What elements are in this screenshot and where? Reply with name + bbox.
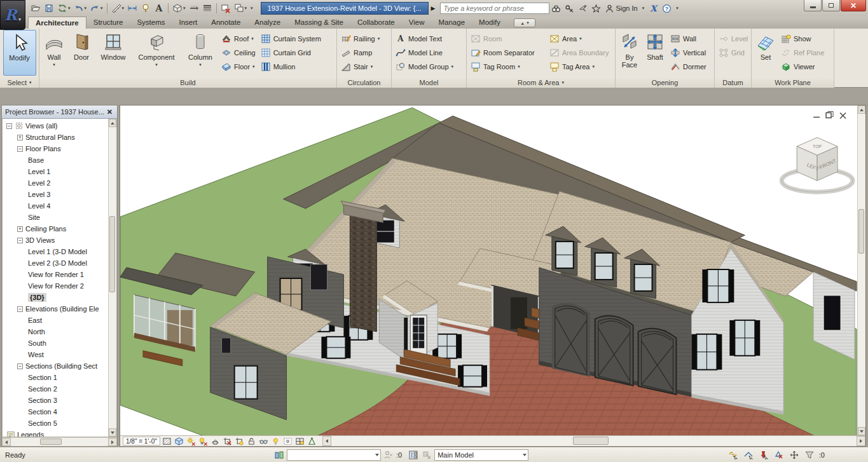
model-line-button[interactable]: Model Line xyxy=(394,46,455,60)
tree-item-section-4[interactable]: Section 4 xyxy=(3,406,108,418)
crop-view-icon[interactable] xyxy=(222,437,233,446)
window[interactable] xyxy=(691,334,722,370)
garage-door[interactable] xyxy=(638,329,677,395)
active-only-icon[interactable] xyxy=(421,449,432,460)
tree-item--3d-[interactable]: {3D} xyxy=(3,292,108,303)
search-input[interactable] xyxy=(440,3,549,14)
scroll-left-icon[interactable] xyxy=(2,438,11,446)
window[interactable] xyxy=(729,320,760,356)
set-work-plane-button[interactable]: Set xyxy=(754,30,778,76)
sign-in-button[interactable]: Sign In xyxy=(603,2,639,15)
collapse-icon[interactable]: − xyxy=(17,306,23,312)
tree-item-sections-building-sect[interactable]: −Sections (Building Sect xyxy=(3,360,108,372)
component-button[interactable]: Component xyxy=(132,30,181,76)
tree-item-section-5[interactable]: Section 5 xyxy=(3,418,108,429)
switch-windows-button[interactable] xyxy=(233,2,249,15)
subscription-key-icon[interactable] xyxy=(563,2,576,15)
scroll-up-icon[interactable] xyxy=(858,105,865,114)
tree-item-level-4[interactable]: Level 4 xyxy=(3,200,108,212)
tab-analyze[interactable]: Analyze xyxy=(247,17,287,29)
3d-view-canvas[interactable]: TOP LEFT FRONT xyxy=(120,105,857,435)
unlocked-view-icon[interactable] xyxy=(246,437,257,446)
shaft-button[interactable]: Shaft xyxy=(643,30,667,76)
help-icon[interactable]: ? xyxy=(660,2,673,15)
scroll-right-icon[interactable] xyxy=(857,436,865,446)
ref-plane-button[interactable]: Ref Plane xyxy=(779,46,826,60)
viewport-horizontal-scrollbar[interactable] xyxy=(322,436,865,446)
reveal-hidden-elements-icon[interactable] xyxy=(270,437,281,446)
redo-button[interactable] xyxy=(88,2,104,15)
close-hidden-windows-button[interactable] xyxy=(219,2,232,15)
browser-vertical-scrollbar[interactable] xyxy=(108,119,116,437)
tab-modify[interactable]: Modify xyxy=(472,17,507,29)
workset-dropdown[interactable] xyxy=(287,449,381,461)
window[interactable] xyxy=(458,365,487,387)
tag-area-button[interactable]: Tag Area xyxy=(548,60,610,74)
opening-by-face-button[interactable]: By Face xyxy=(617,30,642,76)
railing-button[interactable]: Railing xyxy=(339,32,382,46)
stair-button[interactable]: Stair xyxy=(339,60,382,74)
favorites-star-icon[interactable] xyxy=(589,2,603,15)
tree-item-east[interactable]: East xyxy=(3,315,108,326)
open-button[interactable] xyxy=(29,2,42,15)
area-button[interactable]: Area xyxy=(548,32,610,46)
area-boundary-button[interactable]: Area Boundary xyxy=(548,46,610,60)
communication-center-icon[interactable] xyxy=(576,2,589,15)
tree-item-3d-views[interactable]: −3D Views xyxy=(3,234,108,246)
scrollbar-thumb[interactable] xyxy=(40,438,62,445)
editing-requests-icon[interactable] xyxy=(383,449,394,460)
tree-item-level-1[interactable]: Level 1 xyxy=(3,166,108,177)
collapse-icon[interactable]: − xyxy=(17,363,23,369)
text-button[interactable]: A xyxy=(153,2,165,15)
scroll-up-icon[interactable] xyxy=(109,119,116,127)
default-3d-view-button[interactable] xyxy=(171,2,187,15)
tree-item-level-3[interactable]: Level 3 xyxy=(3,189,108,200)
thin-lines-button[interactable] xyxy=(201,2,214,15)
project-browser-close-icon[interactable]: ✕ xyxy=(106,108,114,116)
show-constraints-icon[interactable] xyxy=(307,437,317,446)
browser-horizontal-scrollbar[interactable] xyxy=(2,437,117,446)
tree-item-base[interactable]: Base xyxy=(3,154,108,166)
view-restore-icon[interactable] xyxy=(826,111,833,118)
undo-button[interactable] xyxy=(72,2,88,15)
tree-item-ceiling-plans[interactable]: +Ceiling Plans xyxy=(3,223,108,234)
floor-button[interactable]: Floor xyxy=(219,60,258,74)
curtain-grid-button[interactable]: Curtain Grid xyxy=(259,46,323,60)
room-button[interactable]: Room xyxy=(469,32,546,46)
show-crop-region-icon[interactable] xyxy=(234,437,245,446)
scroll-down-icon[interactable] xyxy=(858,427,865,435)
project-browser-titlebar[interactable]: Project Browser - 1937 House... ✕ xyxy=(2,105,117,119)
tab-massing-site[interactable]: Massing & Site xyxy=(287,17,350,29)
worksharing-display-icon[interactable] xyxy=(294,437,305,446)
visual-style-icon[interactable] xyxy=(174,437,184,446)
window[interactable] xyxy=(321,337,350,358)
modify-button[interactable]: Modify xyxy=(3,30,36,76)
viewport-vertical-scrollbar[interactable] xyxy=(857,105,865,435)
vertical-opening-button[interactable]: Vertical xyxy=(668,46,708,60)
worksets-icon[interactable] xyxy=(273,449,285,460)
application-menu-button[interactable]: R ▾ xyxy=(0,0,25,30)
scroll-down-icon[interactable] xyxy=(109,428,116,437)
save-button[interactable] xyxy=(43,2,55,15)
minimize-button[interactable] xyxy=(804,0,822,11)
tree-item-views-all-[interactable]: −Views (all) xyxy=(3,120,108,132)
tab-view[interactable]: View xyxy=(402,17,432,29)
window-button[interactable]: Window xyxy=(96,30,130,76)
section-button[interactable] xyxy=(188,2,200,15)
ceiling-button[interactable]: Ceiling xyxy=(219,46,258,60)
design-options-icon[interactable] xyxy=(408,449,419,460)
tree-item-north[interactable]: North xyxy=(3,326,108,337)
customize-qat-button[interactable] xyxy=(249,2,254,15)
collapse-icon[interactable]: − xyxy=(6,123,12,129)
collapse-icon[interactable]: − xyxy=(17,146,23,152)
tab-structure[interactable]: Structure xyxy=(86,17,130,29)
design-option-dropdown[interactable]: Main Model xyxy=(434,449,528,461)
sign-in-dropdown[interactable]: ▾ xyxy=(642,6,645,11)
expand-icon[interactable]: + xyxy=(17,135,23,140)
close-button[interactable]: ✕ xyxy=(841,0,866,11)
render-icon[interactable] xyxy=(210,437,221,446)
tree-item-level-2[interactable]: Level 2 xyxy=(3,177,108,189)
sync-button[interactable] xyxy=(56,2,72,15)
scrollbar-thumb[interactable] xyxy=(109,216,115,292)
column-button[interactable]: Column xyxy=(183,30,218,76)
